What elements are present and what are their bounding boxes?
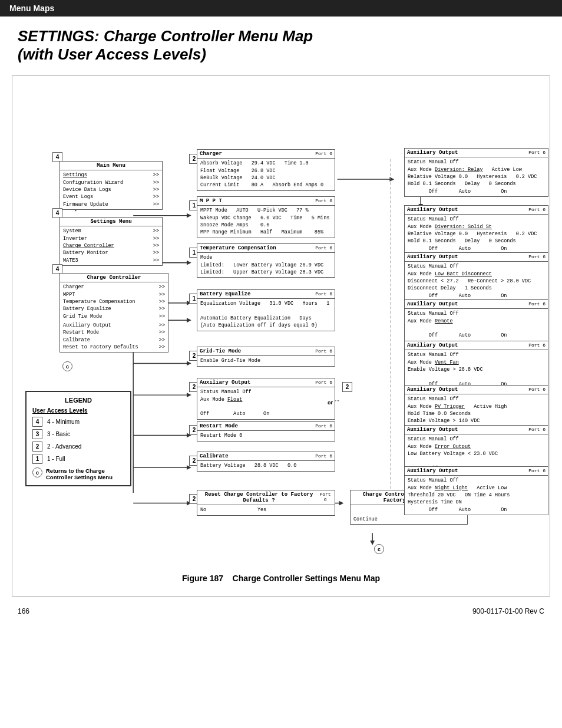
page-title: SETTINGS: Charge Controller Menu Map (wi… bbox=[0, 17, 562, 70]
legend-user-access-label: User Access Levels bbox=[32, 407, 124, 414]
aux6-title: Auxiliary OutputPort 6 bbox=[405, 386, 548, 394]
main-menu-box: Main Menu Settings>> Configuration Wizar… bbox=[59, 161, 163, 210]
or-label: or bbox=[328, 400, 333, 406]
page-footer: 166 900-0117-01-00 Rev C bbox=[0, 602, 562, 620]
main-menu-content: Settings>> Configuration Wizard>> Device… bbox=[60, 170, 162, 209]
header-bar: Menu Maps bbox=[0, 0, 562, 17]
document-id: 900-0117-01-00 Rev C bbox=[472, 607, 544, 615]
svg-marker-45 bbox=[370, 541, 375, 545]
aux5-title: Auxiliary OutputPort 6 bbox=[405, 341, 548, 350]
svg-marker-14 bbox=[187, 361, 191, 366]
charger-title: ChargerPort 6 bbox=[197, 150, 335, 159]
grid-tie-box: Grid-Tie ModePort 6 Enable Grid-Tie Mode bbox=[197, 347, 335, 366]
aux7-title: Auxiliary OutputPort 6 bbox=[405, 426, 548, 434]
aux-output-main-box: Auxiliary OutputPort 6 Status Manual Off… bbox=[197, 378, 335, 419]
svg-marker-8 bbox=[187, 213, 191, 218]
legend-item-4: 4 4 - Minimum bbox=[32, 417, 124, 427]
grid-tie-content: Enable Grid-Tie Mode bbox=[197, 356, 335, 365]
temp-comp-box: Temperature CompensationPort 6 Mode Limi… bbox=[197, 243, 335, 278]
mppt-content: MPPT Mode AUTO U-Pick VDC 77 % Wakeup VD… bbox=[197, 206, 335, 237]
legend-note: c Returns to the Charge Controller Setti… bbox=[32, 467, 124, 480]
temp-comp-title: Temperature CompensationPort 6 bbox=[197, 244, 335, 253]
title-line2: (with User Access Levels) bbox=[18, 45, 206, 63]
svg-marker-10 bbox=[187, 261, 191, 265]
aux-output-main-title: Auxiliary OutputPort 6 bbox=[197, 378, 335, 387]
svg-marker-12 bbox=[187, 318, 191, 323]
reset-factory-content: No Yes bbox=[197, 505, 335, 515]
badge-4-legend: 4 bbox=[32, 417, 42, 427]
aux3-box: Auxiliary OutputPort 6 Status Manual Off… bbox=[404, 252, 548, 301]
main-menu-title: Main Menu bbox=[60, 162, 162, 170]
calibrate-content: Battery Voltage 28.8 VDC 0.0 bbox=[197, 461, 335, 470]
charge-controller-menu-box: Charge Controller Charger>> MPPT>> Tempe… bbox=[59, 273, 168, 353]
legend-label-3: 3 - Basic bbox=[47, 431, 70, 437]
charger-content: Absorb Voltage 29.4 VDC Time 1.0 Float V… bbox=[197, 159, 335, 190]
figure-caption: Figure 187 Charge Controller Settings Me… bbox=[18, 568, 544, 588]
charge-controller-menu-title: Charge Controller bbox=[60, 274, 168, 282]
title-line1: SETTINGS: Charge Controller Menu Map bbox=[18, 27, 313, 45]
legend-label-2: 2 - Advanced bbox=[47, 443, 81, 450]
restart-mode-content: Restart Mode 0 bbox=[197, 431, 335, 440]
battery-equalize-content: Equalization Voltage 31.0 VDC Hours 1 Au… bbox=[197, 299, 335, 330]
badge-2-legend: 2 bbox=[32, 442, 42, 452]
aux2-content: Status Manual Off Aux Mode Diversion: So… bbox=[405, 215, 548, 253]
mppt-title: M P P TPort 6 bbox=[197, 197, 335, 206]
mppt-box: M P P TPort 6 MPPT Mode AUTO U-Pick VDC … bbox=[197, 196, 335, 238]
svg-marker-16 bbox=[187, 393, 191, 398]
header-title: Menu Maps bbox=[9, 4, 54, 13]
aux3-content: Status Manual Off Aux Mode Low Batt Disc… bbox=[405, 262, 548, 301]
badge-3-legend: 3 bbox=[32, 429, 42, 439]
reset-factory-title: Reset Charge Controller to Factory Defau… bbox=[197, 490, 335, 505]
badge-2-aux-or: 2 bbox=[342, 382, 352, 392]
temp-comp-content: Mode Limited: Lower Battery Voltage 26.9… bbox=[197, 253, 335, 277]
badge-1-legend: 1 bbox=[32, 454, 42, 464]
settings-menu-content: System>> Inverter>> Charge Controller>> … bbox=[60, 226, 162, 265]
restart-mode-box: Restart ModePort 6 Restart Mode 0 bbox=[197, 421, 335, 441]
battery-equalize-title: Battery EqualizePort 6 bbox=[197, 290, 335, 299]
aux8-content: Status Manual Off Aux Mode Night Light A… bbox=[405, 476, 548, 515]
aux1-content: Status Manual Off Aux Mode Diversion: Re… bbox=[405, 157, 548, 196]
badge-c-legend: c bbox=[32, 467, 42, 477]
reset-factory-box: Reset Charge Controller to Factory Defau… bbox=[197, 490, 335, 515]
legend-box: LEGEND User Access Levels 4 4 - Minimum … bbox=[25, 391, 131, 486]
charger-box: ChargerPort 6 Absorb Voltage 29.4 VDC Ti… bbox=[197, 149, 335, 190]
page-number: 166 bbox=[18, 607, 29, 615]
legend-label-4: 4 - Minimum bbox=[47, 419, 80, 425]
figure-number: Figure 187 bbox=[182, 574, 223, 583]
aux5-box: Auxiliary OutputPort 6 Status Manual Off… bbox=[404, 341, 548, 390]
aux1-title: Auxiliary OutputPort 6 bbox=[405, 149, 548, 157]
restart-mode-title: Restart ModePort 6 bbox=[197, 422, 335, 431]
legend-note-text: Returns to the Charge Controller Setting… bbox=[46, 467, 124, 480]
aux2-box: Auxiliary OutputPort 6 Status Manual Off… bbox=[404, 205, 548, 254]
legend-item-1: 1 1 - Full bbox=[32, 454, 124, 464]
aux1-box: Auxiliary OutputPort 6 Status Manual Off… bbox=[404, 148, 548, 197]
aux4-title: Auxiliary OutputPort 6 bbox=[405, 300, 548, 309]
aux-output-main-content: Status Manual Off Aux Mode Float Off Aut… bbox=[197, 387, 335, 419]
aux4-content: Status Manual Off Aux Mode Remote Off Au… bbox=[405, 309, 548, 340]
figure-caption-text: Charge Controller Settings Menu Map bbox=[233, 574, 380, 583]
legend-item-3: 3 3 - Basic bbox=[32, 429, 124, 439]
legend-item-2: 2 2 - Advanced bbox=[32, 442, 124, 452]
diagram-container: 4 Main Menu Settings>> Configuration Wiz… bbox=[12, 75, 550, 597]
badge-c-bottom: c bbox=[374, 544, 384, 554]
aux5-content: Status Manual Off Aux Mode Vent Fan Enab… bbox=[405, 350, 548, 389]
svg-marker-24 bbox=[389, 177, 394, 182]
aux2-title: Auxiliary OutputPort 6 bbox=[405, 206, 548, 215]
svg-marker-43 bbox=[339, 501, 344, 506]
charge-controller-menu-content: Charger>> MPPT>> Temperature Compensatio… bbox=[60, 282, 168, 352]
diagram-inner: 4 Main Menu Settings>> Configuration Wiz… bbox=[18, 84, 544, 568]
calibrate-title: CalibratePort 6 bbox=[197, 452, 335, 461]
calibrate-box: CalibratePort 6 Battery Voltage 28.8 VDC… bbox=[197, 452, 335, 471]
settings-menu-title: Settings Menu bbox=[60, 218, 162, 226]
aux3-title: Auxiliary OutputPort 6 bbox=[405, 253, 548, 262]
battery-equalize-box: Battery EqualizePort 6 Equalization Volt… bbox=[197, 289, 335, 331]
svg-marker-20 bbox=[187, 466, 191, 470]
factory-restored-continue: Continue bbox=[351, 515, 467, 524]
legend-label-1: 1 - Full bbox=[47, 456, 65, 462]
aux8-box: Auxiliary OutputPort 6 Status Manual Off… bbox=[404, 466, 548, 515]
badge-c-cc: c bbox=[62, 361, 72, 371]
aux8-title: Auxiliary OutputPort 6 bbox=[405, 467, 548, 476]
settings-menu-box: Settings Menu System>> Inverter>> Charge… bbox=[59, 217, 163, 266]
grid-tie-title: Grid-Tie ModePort 6 bbox=[197, 347, 335, 356]
legend-title: LEGEND bbox=[32, 397, 124, 404]
